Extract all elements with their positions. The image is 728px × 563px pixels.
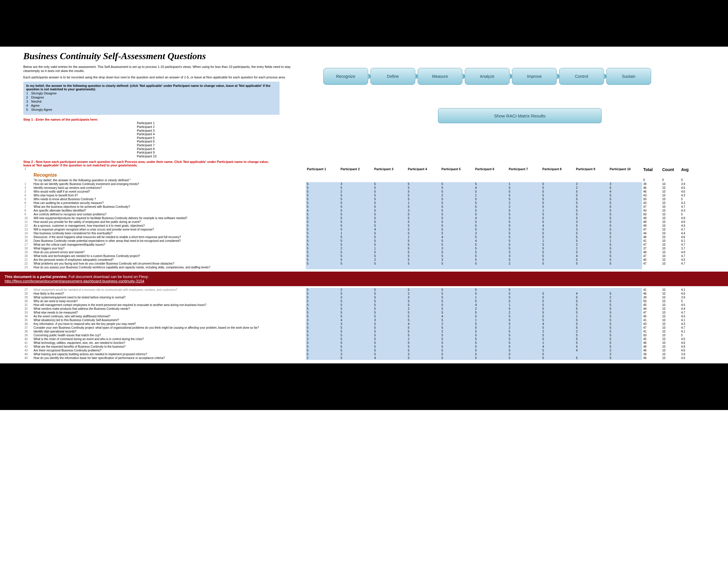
answer-cell[interactable]: 5	[407, 224, 440, 227]
answer-cell[interactable]: 5	[609, 227, 642, 231]
answer-cell[interactable]: 2	[440, 330, 474, 334]
answer-cell[interactable]: 5	[306, 345, 340, 349]
answer-cell[interactable]: 5	[575, 209, 609, 212]
answer-cell[interactable]: 5	[407, 341, 440, 345]
answer-cell[interactable]: 2	[575, 330, 609, 334]
answer-cell[interactable]: 2	[407, 235, 440, 239]
answer-cell[interactable]: 5	[339, 197, 373, 201]
answer-cell[interactable]: 4	[306, 209, 340, 212]
answer-cell[interactable]: 5	[306, 303, 340, 307]
answer-cell[interactable]: 5	[575, 205, 609, 209]
answer-cell[interactable]: 5	[575, 224, 609, 227]
answer-cell[interactable]: 5	[440, 201, 474, 205]
answer-cell[interactable]: 5	[339, 330, 373, 334]
answer-cell[interactable]: 5	[440, 352, 474, 356]
answer-cell[interactable]: 5	[609, 205, 642, 209]
answer-cell[interactable]: 5	[474, 326, 508, 330]
answer-cell[interactable]: 5	[440, 216, 474, 220]
answer-cell[interactable]: 2	[541, 330, 575, 334]
answer-cell[interactable]: 5	[407, 250, 440, 254]
answer-cell[interactable]: 3	[339, 296, 373, 299]
answer-cell[interactable]: 3	[440, 258, 474, 262]
answer-cell[interactable]: 5	[541, 356, 575, 360]
answer-cell[interactable]: 1	[474, 296, 508, 299]
answer-cell[interactable]: 5	[339, 227, 373, 231]
participant-name[interactable]: Participant 9	[137, 151, 300, 154]
answer-cell[interactable]: 5	[306, 231, 340, 235]
answer-cell[interactable]: 4	[407, 322, 440, 326]
answer-cell[interactable]: 5	[508, 220, 541, 224]
answer-cell[interactable]: 5	[508, 330, 541, 334]
answer-cell[interactable]: 5	[609, 318, 642, 322]
answer-cell[interactable]: 5	[339, 258, 373, 262]
answer-cell[interactable]: 5	[609, 201, 642, 205]
answer-cell[interactable]: 2	[440, 193, 474, 197]
answer-cell[interactable]: 5	[609, 322, 642, 326]
answer-cell[interactable]: 5	[407, 311, 440, 315]
answer-cell[interactable]: 5	[609, 326, 642, 330]
answer-cell[interactable]	[541, 288, 575, 292]
answer-cell[interactable]: 5	[541, 315, 575, 318]
answer-cell[interactable]: 5	[306, 227, 340, 231]
answer-cell[interactable]: 3	[440, 246, 474, 250]
answer-cell[interactable]: 5	[373, 190, 407, 193]
answer-cell[interactable]: 5	[373, 243, 407, 246]
answer-cell[interactable]: 5	[541, 227, 575, 231]
answer-cell[interactable]: 4	[474, 216, 508, 220]
answer-cell[interactable]: 5	[373, 352, 407, 356]
answer-cell[interactable]: 1	[508, 303, 541, 307]
answer-cell[interactable]: 5	[474, 224, 508, 227]
answer-cell[interactable]: 3	[609, 182, 642, 186]
answer-cell[interactable]: 5	[508, 258, 541, 262]
answer-cell[interactable]: 5	[609, 311, 642, 315]
answer-cell[interactable]: 5	[541, 258, 575, 262]
answer-cell[interactable]: 5	[306, 349, 340, 352]
answer-cell[interactable]: 5	[575, 345, 609, 349]
answer-cell[interactable]: 5	[609, 220, 642, 224]
answer-cell[interactable]: 5	[474, 227, 508, 231]
banner-link[interactable]: http://flevy.com/browse/document/assessm…	[5, 279, 144, 283]
answer-cell[interactable]: 5	[508, 235, 541, 239]
answer-cell[interactable]: 5	[609, 212, 642, 216]
answer-cell[interactable]: 5	[508, 246, 541, 250]
answer-cell[interactable]: 5	[575, 197, 609, 201]
answer-cell[interactable]: 5	[541, 318, 575, 322]
answer-cell[interactable]: 5	[407, 243, 440, 246]
answer-cell[interactable]: 5	[609, 209, 642, 212]
answer-cell[interactable]: 5	[373, 292, 407, 296]
participant-name[interactable]: Participant 2	[137, 125, 300, 129]
answer-cell[interactable]: 5	[440, 349, 474, 352]
answer-cell[interactable]: 5	[306, 258, 340, 262]
answer-cell[interactable]: 5	[407, 246, 440, 250]
answer-cell[interactable]: 5	[440, 303, 474, 307]
answer-cell[interactable]: 5	[541, 326, 575, 330]
answer-cell[interactable]: 5	[575, 356, 609, 360]
answer-cell[interactable]	[306, 265, 340, 269]
answer-cell[interactable]: 5	[373, 212, 407, 216]
answer-cell[interactable]: 4	[575, 292, 609, 296]
answer-cell[interactable]: 5	[373, 254, 407, 258]
answer-cell[interactable]: 5	[508, 227, 541, 231]
answer-cell[interactable]: 5	[440, 231, 474, 235]
answer-cell[interactable]: 4	[339, 318, 373, 322]
answer-cell[interactable]: 5	[508, 315, 541, 318]
answer-cell[interactable]: 5	[474, 352, 508, 356]
answer-cell[interactable]: 5	[373, 345, 407, 349]
answer-cell[interactable]: 5	[440, 243, 474, 246]
answer-cell[interactable]: 5	[474, 182, 508, 186]
flow-step-define[interactable]: Define	[370, 68, 415, 85]
answer-cell[interactable]: 5	[373, 262, 407, 265]
answer-cell[interactable]	[575, 265, 609, 269]
answer-cell[interactable]: 5	[474, 311, 508, 315]
answer-cell[interactable]: 2	[407, 337, 440, 341]
answer-cell[interactable]: 5	[306, 352, 340, 356]
answer-cell[interactable]: 5	[474, 334, 508, 337]
answer-cell[interactable]: 5	[575, 239, 609, 243]
answer-cell[interactable]: 5	[440, 299, 474, 303]
answer-cell[interactable]: 5	[373, 182, 407, 186]
answer-cell[interactable]: 5	[575, 341, 609, 345]
answer-cell[interactable]: 2	[508, 262, 541, 265]
answer-cell[interactable]: 5	[440, 311, 474, 315]
answer-cell[interactable]: 4	[373, 227, 407, 231]
answer-cell[interactable]: 5	[575, 296, 609, 299]
